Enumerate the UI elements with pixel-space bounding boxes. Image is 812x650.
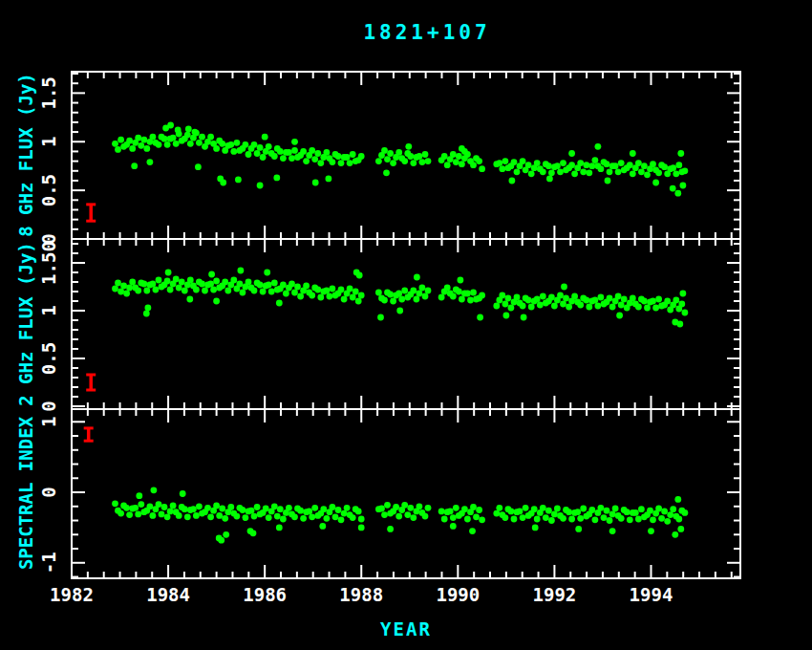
data-point: [286, 149, 292, 156]
data-point: [592, 157, 599, 163]
data-point: [632, 509, 639, 516]
data-point: [540, 293, 546, 300]
data-point: [618, 302, 625, 309]
data-point: [277, 148, 284, 155]
y-axis-label-8ghz: 8 GHz FLUX (Jy): [15, 73, 36, 237]
x-tick-label: 1986: [243, 584, 287, 605]
data-point: [638, 168, 645, 175]
data-point: [311, 505, 318, 511]
data-point: [184, 513, 191, 520]
data-point-outlier: [680, 183, 687, 189]
data-point: [243, 141, 249, 148]
data-point: [213, 503, 220, 509]
data-point: [335, 507, 342, 513]
data-point: [417, 291, 423, 297]
data-point: [126, 138, 133, 144]
data-point: [473, 513, 480, 520]
data-point: [257, 282, 264, 289]
data-point: [344, 154, 351, 161]
data-point: [230, 277, 237, 284]
y-tick-label: 1.50: [38, 241, 59, 285]
data-point: [384, 156, 391, 162]
data-point: [150, 134, 157, 141]
data-point: [444, 285, 451, 292]
data-point: [514, 168, 521, 175]
data-point: [167, 509, 174, 515]
data-point: [135, 511, 141, 518]
data-point: [112, 500, 118, 507]
data-point: [167, 287, 174, 293]
data-point: [470, 290, 477, 296]
data-point-outlier: [461, 148, 468, 155]
data-point: [330, 286, 336, 292]
data-point: [170, 135, 177, 141]
data-point: [407, 505, 414, 511]
data-point: [230, 148, 237, 155]
data-point: [425, 288, 432, 294]
data-point: [327, 293, 333, 300]
data-point: [135, 135, 141, 141]
data-point: [196, 503, 203, 509]
data-point: [112, 286, 118, 292]
data-point-outlier: [469, 528, 476, 534]
data-point: [577, 515, 584, 522]
data-point: [502, 158, 509, 164]
data-point: [514, 294, 521, 301]
data-point-outlier: [405, 143, 412, 150]
data-point: [309, 292, 315, 299]
data-point: [338, 287, 345, 293]
y-tick-label: 0.5: [38, 174, 59, 206]
data-point-outlier: [220, 180, 226, 186]
data-point: [641, 298, 648, 305]
data-point: [246, 151, 252, 158]
data-point: [419, 285, 426, 292]
data-point: [240, 290, 246, 296]
data-point-outlier: [532, 525, 539, 531]
data-point: [456, 289, 462, 295]
data-point: [444, 162, 451, 168]
data-point: [528, 170, 535, 177]
data-point: [525, 297, 532, 304]
data-point: [531, 506, 538, 512]
y-tick-label: 0: [38, 401, 59, 411]
data-point: [453, 159, 459, 165]
data-point: [520, 158, 526, 164]
data-point: [129, 279, 136, 286]
data-point: [577, 302, 584, 309]
data-point-outlier: [609, 528, 616, 534]
y-tick-label: 1.5: [38, 76, 59, 109]
data-point: [227, 504, 234, 510]
data-point: [123, 505, 130, 511]
data-point: [401, 158, 408, 164]
data-point: [294, 284, 301, 291]
data-point: [164, 141, 171, 148]
data-point: [635, 304, 642, 311]
data-point: [598, 165, 605, 172]
data-point: [202, 288, 208, 294]
data-point: [395, 291, 402, 297]
data-point: [450, 293, 457, 300]
data-point: [650, 298, 656, 305]
data-point: [479, 516, 485, 523]
data-point: [237, 281, 244, 288]
data-point: [384, 502, 391, 509]
data-point-outlier: [509, 178, 516, 184]
data-point: [545, 508, 552, 514]
data-point: [517, 509, 524, 515]
data-point: [607, 168, 613, 175]
data-point: [615, 293, 622, 300]
data-point: [560, 515, 566, 522]
data-point: [381, 147, 388, 154]
data-point-outlier: [186, 296, 193, 303]
data-point: [118, 289, 124, 295]
data-point: [644, 305, 651, 312]
data-point-outlier: [561, 284, 567, 291]
data-point-outlier: [414, 274, 420, 281]
data-point: [161, 136, 168, 142]
data-point: [425, 505, 432, 511]
data-point: [378, 506, 385, 512]
data-point: [453, 505, 459, 511]
data-point-outlier: [674, 496, 681, 503]
data-point-outlier: [147, 159, 154, 165]
data-point: [627, 162, 633, 168]
